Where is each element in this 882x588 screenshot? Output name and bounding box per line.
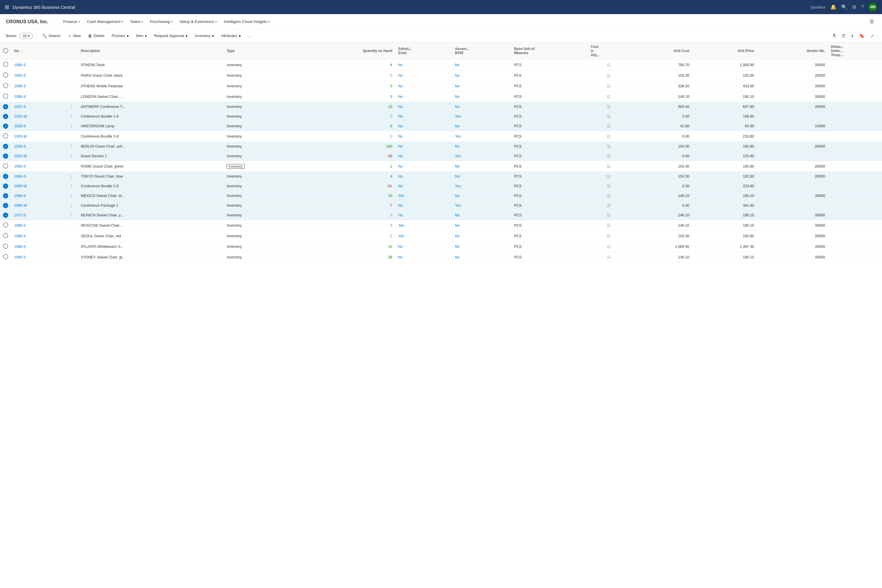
row-checkbox[interactable] xyxy=(3,183,8,189)
grid-menu-icon[interactable]: ⊞ xyxy=(5,4,9,10)
nav-item-setup[interactable]: Setup & Extensions ▾ xyxy=(176,18,220,26)
context-menu-icon[interactable]: ⋮ xyxy=(69,144,75,149)
col-default-defer[interactable]: Defau...Defer...Temp... xyxy=(828,42,882,60)
table-row[interactable]: 1929-WConference Bundle 1-8Inventory0NoY… xyxy=(0,131,882,142)
row-context-menu[interactable] xyxy=(66,242,78,252)
row-checkbox-cell[interactable] xyxy=(0,142,11,152)
row-no[interactable]: 1968-S xyxy=(11,191,66,201)
item-button[interactable]: Item ▾ xyxy=(133,32,150,39)
select-all-header[interactable] xyxy=(0,42,11,60)
table-row[interactable]: 1925-W⋮Conference Bundle 1-6Inventory0No… xyxy=(0,112,882,122)
row-no[interactable]: 1936-S xyxy=(11,142,66,152)
row-no[interactable]: 1908-S xyxy=(11,92,66,102)
info-icon[interactable]: ℹ xyxy=(850,32,855,40)
row-checkbox-cell[interactable] xyxy=(0,92,11,102)
table-row[interactable]: 1969-W⋮Conference Package 1Inventory-7No… xyxy=(0,201,882,210)
row-checkbox[interactable] xyxy=(3,243,8,249)
col-cost-adj[interactable]: CostisAdj... xyxy=(588,42,630,60)
row-context-menu[interactable]: ⋮ xyxy=(66,122,78,131)
user-avatar[interactable]: MB xyxy=(868,3,877,12)
row-context-menu[interactable]: ⋮ xyxy=(66,191,78,201)
row-no[interactable]: 1900-S xyxy=(11,70,66,81)
bookmark-icon[interactable]: 🔖 xyxy=(857,32,866,40)
col-description[interactable]: Description xyxy=(78,42,224,60)
row-no[interactable]: 2000-S xyxy=(11,252,66,262)
table-row[interactable]: 1964-S⋮TOKYO Guest Chair, blueInventory4… xyxy=(0,172,882,182)
new-button[interactable]: ＋ New xyxy=(64,32,84,40)
nav-item-finance[interactable]: Finance ▾ xyxy=(60,18,83,26)
table-row[interactable]: 1960-SROME Guest Chair, greenInventory2N… xyxy=(0,161,882,172)
row-checkbox[interactable] xyxy=(3,233,8,238)
filter-icon[interactable]: ⚗ xyxy=(830,32,838,40)
row-checkbox[interactable] xyxy=(3,254,8,259)
row-checkbox-cell[interactable] xyxy=(0,201,11,210)
row-context-menu[interactable]: ⋮ xyxy=(66,210,78,220)
table-row[interactable]: 2000-SSYDNEY Swivel Chair, gr...Inventor… xyxy=(0,252,882,262)
inventory-button[interactable]: Inventory ▾ xyxy=(192,32,217,39)
more-button[interactable]: ... xyxy=(245,32,254,39)
filter-all-pill[interactable]: All ▾ xyxy=(20,33,33,39)
row-context-menu[interactable]: ⋮ xyxy=(66,172,78,182)
row-no[interactable]: 1929-W xyxy=(11,131,66,142)
context-menu-icon[interactable]: ⋮ xyxy=(69,184,75,189)
row-checkbox-cell[interactable] xyxy=(0,102,11,112)
row-checkbox-cell[interactable] xyxy=(0,220,11,231)
context-menu-icon[interactable]: ⋮ xyxy=(69,194,75,198)
delete-button[interactable]: 🗑 Delete xyxy=(85,32,108,39)
attributes-button[interactable]: Attributes ▾ xyxy=(218,32,244,39)
col-unit-price[interactable]: Unit Price xyxy=(692,42,757,60)
row-no[interactable]: 1972-S xyxy=(11,210,66,220)
context-menu-icon[interactable]: ⋮ xyxy=(69,124,75,129)
row-checkbox-cell[interactable] xyxy=(0,231,11,242)
row-checkbox-cell[interactable] xyxy=(0,172,11,182)
row-no[interactable]: 1964-S xyxy=(11,172,66,182)
row-checkbox[interactable] xyxy=(3,72,8,78)
col-qty[interactable]: Quantity on Hand xyxy=(293,42,395,60)
row-checkbox[interactable] xyxy=(3,213,8,218)
table-row[interactable]: 1936-S⋮BERLIN Guest Chair, yell...Invent… xyxy=(0,142,882,152)
row-context-menu[interactable] xyxy=(66,220,78,231)
row-checkbox-cell[interactable] xyxy=(0,242,11,252)
search-icon[interactable]: 🔍 xyxy=(841,4,847,10)
row-no[interactable]: 1980-S xyxy=(11,220,66,231)
nav-item-purchasing[interactable]: Purchasing ▾ xyxy=(147,18,176,26)
col-unit-cost[interactable]: Unit Cost xyxy=(630,42,692,60)
row-context-menu[interactable]: ⋮ xyxy=(66,152,78,161)
row-context-menu[interactable] xyxy=(66,161,78,172)
select-all-checkbox[interactable] xyxy=(3,48,8,53)
context-menu-icon[interactable]: ⋮ xyxy=(69,213,75,218)
expand-icon[interactable]: ⤢ xyxy=(869,32,876,40)
row-checkbox-cell[interactable] xyxy=(0,131,11,142)
row-checkbox-cell[interactable] xyxy=(0,112,11,122)
row-checkbox-cell[interactable] xyxy=(0,191,11,201)
context-menu-icon[interactable]: ⋮ xyxy=(69,154,75,159)
row-no[interactable]: 1928-S xyxy=(11,122,66,131)
nav-item-sales[interactable]: Sales ▾ xyxy=(127,18,146,26)
table-row[interactable]: 1965-W⋮Conference Bundle 2-8Inventory-81… xyxy=(0,182,882,191)
col-type[interactable]: Type xyxy=(224,42,293,60)
table-row[interactable]: 1896-SATHENS DeskInventory4NoNoPCS☑780.7… xyxy=(0,60,882,70)
row-checkbox[interactable] xyxy=(3,93,8,99)
row-context-menu[interactable]: ⋮ xyxy=(66,201,78,210)
row-checkbox[interactable] xyxy=(3,174,8,179)
row-checkbox[interactable] xyxy=(3,133,8,138)
row-context-menu[interactable] xyxy=(66,231,78,242)
row-no[interactable]: 1969-W xyxy=(11,201,66,210)
search-button[interactable]: 🔍 Search xyxy=(39,32,63,39)
table-row[interactable]: 1928-S⋮AMSTERDAM LampInventory8NoNoPCS☑4… xyxy=(0,122,882,131)
context-menu-icon[interactable]: ⋮ xyxy=(69,104,75,109)
row-checkbox-cell[interactable] xyxy=(0,182,11,191)
table-row[interactable]: 1906-SATHENS Mobile PedestalInventory5No… xyxy=(0,81,882,92)
context-menu-icon[interactable]: ⋮ xyxy=(69,174,75,179)
table-row[interactable]: 1920-S⋮ANTWERP Conference T...Inventory1… xyxy=(0,102,882,112)
row-checkbox[interactable] xyxy=(3,203,8,208)
row-checkbox[interactable] xyxy=(3,83,8,88)
table-row[interactable]: 1980-SMOSCOW Swivel Chair, ...Inventory0… xyxy=(0,220,882,231)
row-checkbox-cell[interactable] xyxy=(0,161,11,172)
row-context-menu[interactable]: ⋮ xyxy=(66,142,78,152)
row-no[interactable]: 1925-W xyxy=(11,112,66,122)
row-checkbox-cell[interactable] xyxy=(0,60,11,70)
notification-icon[interactable]: 🔔 xyxy=(830,4,836,10)
request-approval-button[interactable]: Request Approval ▾ xyxy=(151,32,191,39)
row-no[interactable]: 1953-W xyxy=(11,152,66,161)
